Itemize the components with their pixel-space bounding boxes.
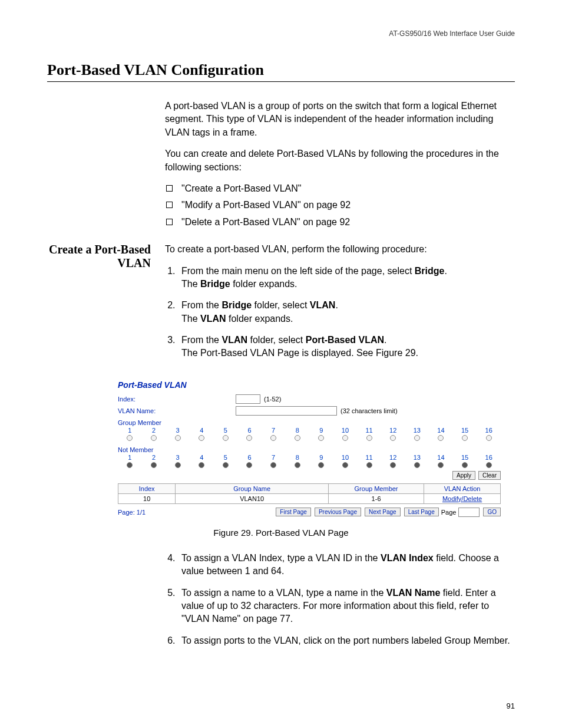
step-item: From the Bridge folder, select VLAN. The… — [178, 299, 515, 325]
vlan-name-hint: (32 characters limit) — [340, 407, 398, 414]
not-member-ports: 1234 5678 9101112 13141516 — [118, 453, 501, 470]
intro-paragraph: A port-based VLAN is a group of ports on… — [165, 100, 515, 139]
port-radio[interactable] — [127, 435, 133, 441]
port-radio[interactable] — [223, 435, 229, 441]
clear-button[interactable]: Clear — [478, 471, 501, 480]
group-member-ports: 1234 5678 9101112 13141516 — [118, 426, 501, 443]
not-member-label: Not Member — [118, 446, 501, 453]
port-radio[interactable] — [414, 435, 420, 441]
port-radio[interactable] — [414, 462, 420, 468]
step-item: To assign a name to a VLAN, type a name … — [178, 587, 515, 626]
vlan-name-label: VLAN Name: — [118, 407, 236, 414]
port-radio[interactable] — [486, 435, 492, 441]
pager: Page: 1/1 First Page Previous Page Next … — [118, 508, 501, 517]
bullet-item: "Create a Port-Based VLAN" — [165, 182, 515, 195]
port-radio[interactable] — [366, 462, 372, 468]
port-radio[interactable] — [438, 462, 444, 468]
port-radio[interactable] — [318, 462, 324, 468]
col-group-name: Group Name — [176, 483, 329, 493]
summary-table: Index Group Name Group Member VLAN Actio… — [118, 483, 501, 504]
port-radio[interactable] — [366, 435, 372, 441]
next-page-button[interactable]: Next Page — [365, 508, 401, 516]
procedure-intro: To create a port-based VLAN, perform the… — [165, 243, 515, 256]
port-radio[interactable] — [151, 435, 157, 441]
port-radio[interactable] — [151, 462, 157, 468]
bullet-item: "Delete a Port-Based VLAN" on page 92 — [165, 216, 515, 229]
doc-header: AT-GS950/16 Web Interface User Guide — [47, 29, 515, 38]
index-hint: (1-52) — [264, 396, 281, 403]
port-radio[interactable] — [175, 462, 181, 468]
port-radio[interactable] — [342, 462, 348, 468]
figure-caption: Figure 29. Port-Based VLAN Page — [47, 528, 515, 538]
bullet-list: "Create a Port-Based VLAN" "Modify a Por… — [165, 182, 515, 229]
figure-title: Port-Based VLAN — [118, 380, 501, 390]
step-item: To assign ports to the VLAN, click on th… — [178, 634, 515, 647]
port-radio[interactable] — [295, 462, 300, 468]
go-button[interactable]: GO — [483, 508, 501, 516]
port-radio[interactable] — [246, 435, 252, 441]
port-radio[interactable] — [246, 462, 252, 468]
step-item: From the VLAN folder, select Port-Based … — [178, 334, 515, 360]
port-radio[interactable] — [175, 435, 181, 441]
port-radio[interactable] — [462, 435, 468, 441]
page-number: 91 — [507, 701, 515, 710]
last-page-button[interactable]: Last Page — [404, 508, 439, 516]
previous-page-button[interactable]: Previous Page — [315, 508, 361, 516]
vlan-name-input[interactable] — [236, 406, 337, 416]
table-row: 10 VLAN10 1-6 Modify/Delete — [118, 493, 501, 503]
col-index: Index — [118, 483, 176, 493]
index-label: Index: — [118, 396, 236, 403]
apply-button[interactable]: Apply — [452, 471, 475, 480]
port-radio[interactable] — [295, 435, 300, 441]
page-indicator: Page: 1/1 — [118, 509, 146, 516]
group-member-label: Group Member — [118, 419, 501, 426]
port-radio[interactable] — [390, 435, 396, 441]
col-group-member: Group Member — [328, 483, 424, 493]
col-vlan-action: VLAN Action — [424, 483, 501, 493]
port-radio[interactable] — [486, 462, 492, 468]
index-input[interactable] — [236, 394, 260, 404]
step-item: To assign a VLAN Index, type a VLAN ID i… — [178, 552, 515, 578]
port-radio[interactable] — [438, 435, 444, 441]
step-item: From the main menu on the left side of t… — [178, 265, 515, 291]
port-radio[interactable] — [199, 462, 204, 468]
port-radio[interactable] — [390, 462, 396, 468]
page-input[interactable] — [458, 508, 480, 517]
page-word: Page — [441, 509, 457, 516]
first-page-button[interactable]: First Page — [276, 508, 311, 516]
port-radio[interactable] — [199, 435, 204, 441]
port-radio[interactable] — [223, 462, 229, 468]
port-radio[interactable] — [270, 435, 276, 441]
modify-delete-link[interactable]: Modify/Delete — [442, 495, 482, 502]
port-radio[interactable] — [318, 435, 324, 441]
port-radio[interactable] — [270, 462, 276, 468]
section-title: Port-Based VLAN Configuration — [47, 61, 515, 82]
figure: Port-Based VLAN Index: (1-52) VLAN Name:… — [118, 380, 501, 517]
port-radio[interactable] — [127, 462, 133, 468]
bullet-item: "Modify a Port-Based VLAN" on page 92 — [165, 199, 515, 212]
side-heading: Create a Port-Based VLAN — [47, 243, 165, 270]
intro-paragraph: You can create and delete Port-Based VLA… — [165, 147, 515, 174]
port-radio[interactable] — [342, 435, 348, 441]
port-radio[interactable] — [462, 462, 468, 468]
